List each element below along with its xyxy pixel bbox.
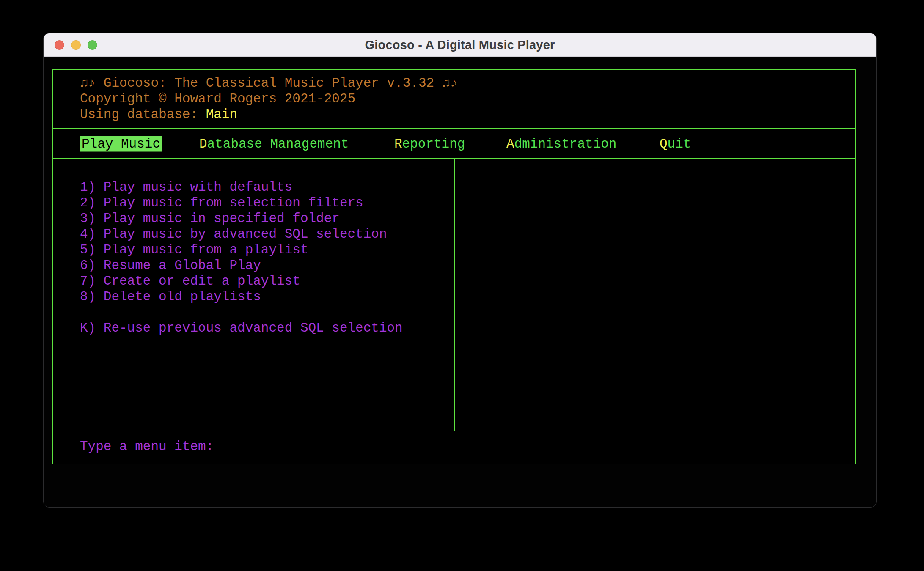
content-area: 1) Play music with defaults 2) Play musi…	[53, 159, 855, 431]
minimize-button-icon[interactable]	[71, 40, 81, 50]
menubar-item-label: eporting	[402, 136, 465, 151]
traffic-lights	[55, 40, 97, 50]
menu-item-6[interactable]: 6) Resume a Global Play	[80, 258, 454, 273]
menu-bar: Play Music Database Management Reporting…	[53, 129, 855, 159]
database-label: Using database:	[80, 107, 198, 122]
menu-spacer-line	[80, 305, 454, 320]
hotkey-letter: A	[506, 136, 514, 151]
menubar-item-reporting[interactable]: Reporting	[394, 136, 465, 151]
menubar-item-administration[interactable]: Administration	[506, 136, 616, 151]
banner-line: ♫♪ Giocoso: The Classical Music Player v…	[80, 75, 855, 91]
detail-pane	[455, 159, 855, 431]
menu-item-7[interactable]: 7) Create or edit a playlist	[80, 273, 454, 289]
close-button-icon[interactable]	[55, 40, 64, 50]
terminal-ui: ♫♪ Giocoso: The Classical Music Player v…	[52, 69, 856, 464]
hotkey-letter: D	[199, 136, 207, 151]
hotkey-letter: Q	[660, 136, 668, 151]
menu-item-3[interactable]: 3) Play music in specified folder	[80, 211, 454, 226]
menubar-item-play-music[interactable]: Play Music	[80, 136, 162, 151]
menu-item-8[interactable]: 8) Delete old playlists	[80, 289, 454, 305]
menubar-item-label: atabase Management	[207, 136, 349, 151]
menubar-item-label: uit	[668, 136, 691, 151]
menu-item-k[interactable]: K) Re-use previous advanced SQL selectio…	[80, 320, 454, 336]
command-prompt[interactable]: Type a menu item:	[53, 431, 855, 461]
window-titlebar: Giocoso - A Digital Music Player	[44, 33, 876, 57]
menu-item-5[interactable]: 5) Play music from a playlist	[80, 242, 454, 258]
menu-item-2[interactable]: 2) Play music from selection filters	[80, 195, 454, 211]
zoom-button-icon[interactable]	[88, 40, 97, 50]
copyright-line: Copyright © Howard Rogers 2021-2025	[80, 91, 855, 107]
menubar-item-database-management[interactable]: Database Management	[199, 136, 349, 151]
app-banner-section: ♫♪ Giocoso: The Classical Music Player v…	[53, 70, 855, 129]
menu-item-4[interactable]: 4) Play music by advanced SQL selection	[80, 226, 454, 242]
database-line: Using database:Main	[80, 107, 855, 122]
database-value: Main	[206, 107, 237, 122]
menu-item-1[interactable]: 1) Play music with defaults	[80, 179, 454, 195]
app-window: Giocoso - A Digital Music Player ♫♪ Gioc…	[43, 33, 877, 508]
hotkey-letter: R	[394, 136, 402, 151]
menubar-item-label: dministration	[514, 136, 617, 151]
menubar-item-quit[interactable]: Quit	[660, 136, 691, 151]
menu-options-pane: 1) Play music with defaults 2) Play musi…	[53, 159, 455, 431]
prompt-label: Type a menu item:	[80, 439, 214, 454]
window-title: Giocoso - A Digital Music Player	[365, 38, 555, 52]
